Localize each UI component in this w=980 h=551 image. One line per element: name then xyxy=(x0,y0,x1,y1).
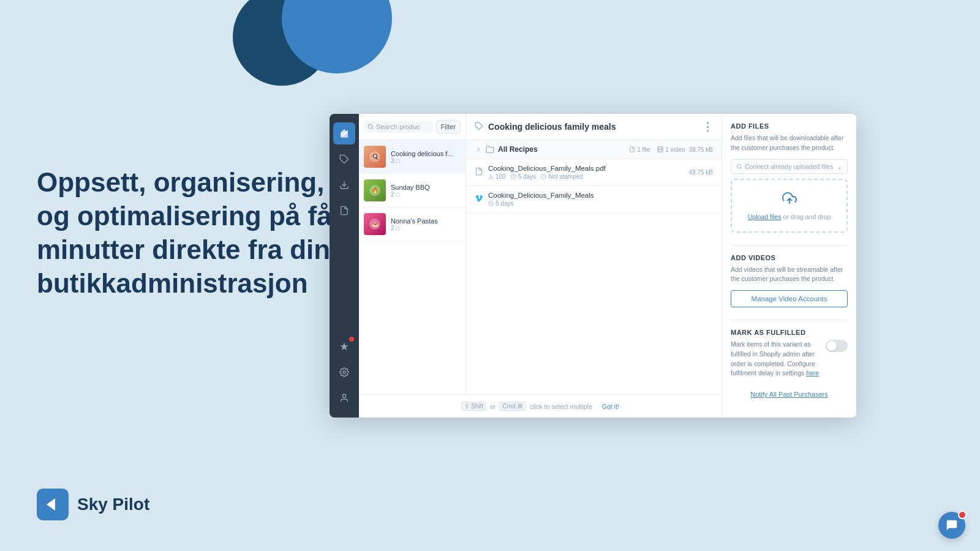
hero-heading: Oppsett, organisering, og optimalisering… xyxy=(37,165,337,300)
svg-point-3 xyxy=(343,371,345,373)
product-thumb-pasta: 🍝 xyxy=(364,213,386,235)
sidebar-item-download[interactable] xyxy=(333,174,355,196)
product-info-bbq: Sunday BBQ 2 □ xyxy=(391,184,461,198)
search-input[interactable]: Search produc xyxy=(364,121,432,133)
svg-point-4 xyxy=(342,394,345,397)
product-header: Cooking delicious family meals ⋮ xyxy=(466,114,722,140)
svg-text:🍳: 🍳 xyxy=(372,153,379,160)
more-options-button[interactable]: ⋮ xyxy=(702,120,713,133)
product-header-icon xyxy=(475,122,483,132)
product-name-pasta: Nonna's Pastas xyxy=(391,217,461,225)
file-meta-pdf: 100 5 days Not stamped xyxy=(488,173,684,180)
file-stamp: Not stamped xyxy=(541,173,583,180)
chat-notification-badge xyxy=(958,511,967,519)
svg-point-5 xyxy=(368,124,372,129)
add-files-section: ADD FILES Add files that will be downloa… xyxy=(731,122,848,233)
right-panel: ADD FILES Add files that will be downloa… xyxy=(722,114,856,418)
file-info-pdf: Cooking_Delicious_Family_Meals.pdf 100 5… xyxy=(488,165,684,180)
upload-text: Upload files or drag and drop xyxy=(748,213,831,220)
mark-fulfilled-title: MARK AS FULFILLED xyxy=(731,329,848,336)
sidebar-item-user[interactable] xyxy=(333,387,355,409)
chat-icon xyxy=(945,519,959,532)
divider-1 xyxy=(731,245,848,246)
got-it-button[interactable]: Got it! xyxy=(602,403,619,410)
file-item-pdf[interactable]: Cooking_Delicious_Family_Meals.pdf 100 5… xyxy=(466,159,722,186)
app-window: Search produc Filter 🍳 Cooking delicious… xyxy=(330,114,856,418)
video-days: 5 days xyxy=(488,200,513,207)
folder-file-count: 1 file xyxy=(629,146,650,153)
add-files-title: ADD FILES xyxy=(731,122,848,130)
sidebar-item-sparkle[interactable] xyxy=(333,335,355,358)
product-count-cooking: 3 □ xyxy=(391,157,461,164)
product-info-pasta: Nonna's Pastas 2 □ xyxy=(391,217,461,231)
connect-placeholder: Connect already uploaded files xyxy=(745,163,833,170)
product-item-bbq[interactable]: 🔥 Sunday BBQ 2 □ xyxy=(359,174,466,208)
product-item-pasta[interactable]: 🍝 Nonna's Pastas 2 □ xyxy=(359,208,466,241)
file-downloads: 100 xyxy=(488,173,506,180)
search-bar: Search produc Filter xyxy=(359,114,466,140)
chat-bubble[interactable] xyxy=(938,512,965,539)
product-count-bbq: 2 □ xyxy=(391,191,461,198)
folder-video-count: 1 video xyxy=(657,146,685,153)
logo-name: Sky Pilot xyxy=(77,495,149,514)
logo-svg xyxy=(43,495,62,514)
cmd-key: Cmd ⌘ xyxy=(499,402,526,411)
bottom-bar: ⇧ Shift or Cmd ⌘ click to select multipl… xyxy=(466,394,722,418)
sidebar xyxy=(330,114,359,418)
notify-link[interactable]: Notify All Past Purchasers xyxy=(731,391,848,400)
sidebar-item-settings[interactable] xyxy=(333,361,355,383)
upload-area[interactable]: Upload files or drag and drop xyxy=(731,179,848,233)
pdf-icon xyxy=(475,167,483,178)
files-area: All Recipes 1 file 1 video 38.75 kB xyxy=(466,140,722,418)
sparkle-badge xyxy=(349,337,354,342)
svg-line-25 xyxy=(741,167,742,168)
sidebar-item-home[interactable] xyxy=(333,122,355,144)
filter-button[interactable]: Filter xyxy=(436,120,461,133)
folder-header[interactable]: All Recipes 1 file 1 video 38.75 kB xyxy=(466,140,722,159)
mark-fulfilled-desc: Mark items of this variant as fulfilled … xyxy=(731,340,821,378)
folder-section: All Recipes 1 file 1 video 38.75 kB xyxy=(466,140,722,213)
fulfilled-toggle[interactable] xyxy=(826,340,848,352)
mark-fulfilled-section: MARK AS FULFILLED Mark items of this var… xyxy=(731,329,848,378)
manage-video-accounts-button[interactable]: Manage Video Accounts xyxy=(731,290,848,307)
product-name-cooking: Cooking delicious f... xyxy=(391,150,461,157)
folder-meta: 1 file 1 video xyxy=(629,146,685,153)
click-text: click to select multiple xyxy=(530,403,592,410)
logo-icon xyxy=(37,489,69,520)
search-placeholder: Search produc xyxy=(376,123,420,130)
mark-fulfilled-row: Mark items of this variant as fulfilled … xyxy=(731,340,848,378)
svg-text:🍝: 🍝 xyxy=(372,220,379,228)
file-name-video: Cooking_Delicious_Family_Meals xyxy=(488,192,713,199)
file-name-pdf: Cooking_Delicious_Family_Meals.pdf xyxy=(488,165,684,172)
sidebar-item-tags[interactable] xyxy=(333,148,355,170)
svg-point-24 xyxy=(737,164,741,168)
add-videos-title: ADD VIDEOS xyxy=(731,254,848,261)
svg-line-6 xyxy=(372,128,373,129)
hero-section: Oppsett, organisering, og optimalisering… xyxy=(37,165,337,300)
product-name-bbq: Sunday BBQ xyxy=(391,184,461,191)
product-info-cooking: Cooking delicious f... 3 □ xyxy=(391,150,461,164)
product-thumb-cooking: 🍳 xyxy=(364,146,386,168)
logo: Sky Pilot xyxy=(37,489,149,520)
product-count-pasta: 2 □ xyxy=(391,225,461,231)
add-videos-desc: Add videos that will be streamable after… xyxy=(731,265,848,285)
connect-input[interactable]: Connect already uploaded files ⌄ xyxy=(731,159,848,174)
file-meta-video: 5 days xyxy=(488,200,713,207)
folder-name: All Recipes xyxy=(498,145,625,154)
product-item-cooking[interactable]: 🍳 Cooking delicious f... 3 □ xyxy=(359,140,466,174)
svg-text:🔥: 🔥 xyxy=(372,187,379,194)
connect-chevron: ⌄ xyxy=(837,163,842,170)
or-text: or xyxy=(490,403,496,410)
main-content: Cooking delicious family meals ⋮ All Rec… xyxy=(466,114,722,418)
file-item-video[interactable]: Cooking_Delicious_Family_Meals 5 days xyxy=(466,186,722,213)
sidebar-item-files[interactable] xyxy=(333,200,355,222)
folder-size: 38.75 kB xyxy=(689,146,713,153)
shift-key: ⇧ Shift xyxy=(466,402,486,411)
mark-fulfilled-link[interactable]: here xyxy=(806,369,819,377)
file-days: 5 days xyxy=(511,173,536,180)
add-files-desc: Add files that will be downloadable afte… xyxy=(731,133,848,153)
product-list-panel: Search produc Filter 🍳 Cooking delicious… xyxy=(359,114,466,418)
decorative-circles xyxy=(233,0,380,110)
upload-link[interactable]: Upload files xyxy=(748,213,782,220)
vimeo-icon xyxy=(475,194,483,204)
